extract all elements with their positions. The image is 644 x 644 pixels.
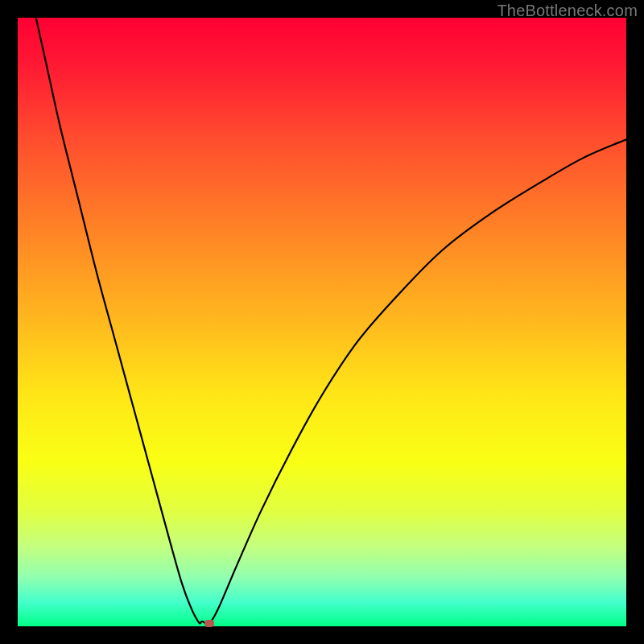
chart-frame: TheBottleneck.com [0, 0, 644, 644]
chart-curve-layer [18, 18, 626, 626]
bottleneck-curve [36, 18, 626, 624]
watermark-text: TheBottleneck.com [497, 2, 638, 20]
optimal-point-marker [204, 620, 214, 627]
